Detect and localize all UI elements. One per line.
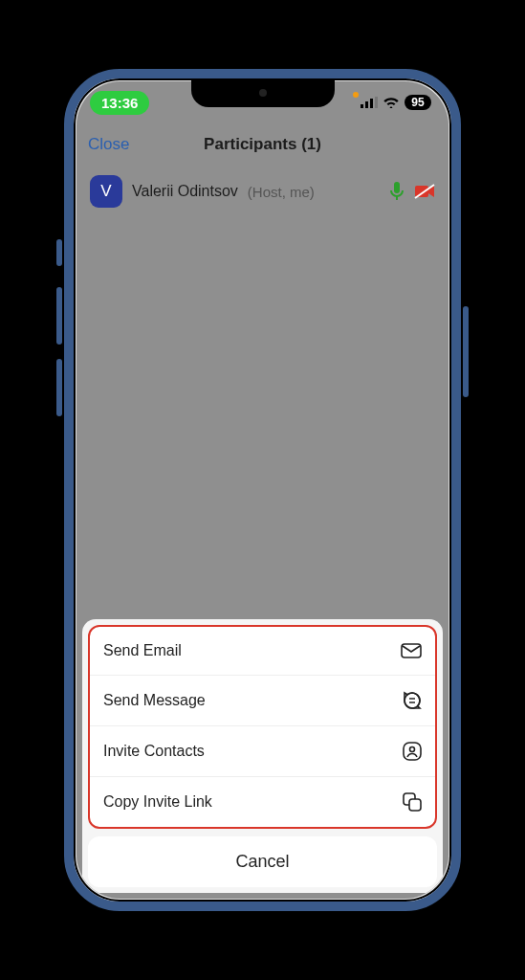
participant-role: (Host, me)	[248, 184, 315, 200]
contacts-icon	[403, 742, 422, 761]
sheet-backdrop[interactable]	[77, 217, 448, 619]
sheet-item-label: Copy Invite Link	[103, 793, 212, 811]
video-off-icon	[414, 184, 435, 199]
participant-name: Valerii Odintsov	[132, 183, 238, 200]
cellular-icon	[361, 97, 378, 108]
copy-invite-link-item[interactable]: Copy Invite Link	[90, 777, 435, 827]
phone-silent-switch	[56, 239, 62, 266]
send-message-item[interactable]: Send Message	[90, 676, 435, 726]
send-email-item[interactable]: Send Email	[90, 627, 435, 676]
svg-rect-0	[361, 104, 363, 108]
svg-rect-8	[402, 644, 421, 657]
svg-rect-1	[365, 101, 368, 108]
copy-icon	[403, 792, 422, 812]
close-button[interactable]: Close	[88, 135, 129, 154]
battery-level: 95	[405, 95, 431, 110]
sheet-group: Send Email Send Message	[88, 625, 437, 829]
svg-rect-6	[415, 186, 428, 197]
phone-frame: 13:36 95 Close Participants (1) V	[64, 69, 461, 911]
participant-row[interactable]: V Valerii Odintsov (Host, me)	[77, 166, 448, 217]
email-icon	[401, 643, 422, 658]
svg-rect-2	[370, 99, 373, 108]
message-icon	[403, 691, 422, 710]
svg-rect-14	[409, 799, 421, 811]
invite-contacts-item[interactable]: Invite Contacts	[90, 726, 435, 777]
phone-volume-down	[56, 359, 62, 416]
action-sheet: Send Email Send Message	[82, 619, 443, 893]
phone-notch	[191, 78, 335, 107]
sheet-item-label: Send Message	[103, 692, 206, 709]
page-title: Participants (1)	[204, 135, 321, 154]
nav-bar: Close Participants (1)	[77, 123, 448, 166]
screen: 13:36 95 Close Participants (1) V	[77, 81, 448, 899]
phone-power-button	[463, 306, 469, 397]
mic-on-icon	[389, 182, 405, 201]
svg-point-12	[410, 747, 415, 752]
svg-rect-3	[375, 97, 378, 108]
svg-rect-4	[394, 182, 400, 193]
wifi-icon	[383, 97, 399, 108]
sheet-item-label: Invite Contacts	[103, 743, 205, 760]
cancel-button[interactable]: Cancel	[88, 836, 437, 887]
sheet-item-label: Send Email	[103, 642, 182, 659]
avatar: V	[90, 175, 122, 208]
mic-indicator-dot	[353, 92, 359, 98]
phone-volume-up	[56, 287, 62, 345]
status-time[interactable]: 13:36	[90, 91, 149, 115]
